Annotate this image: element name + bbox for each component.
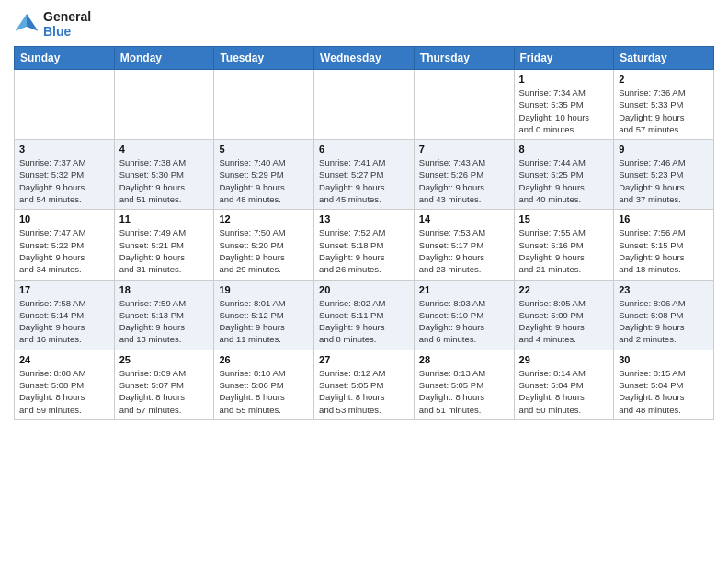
- day-cell-30: 30Sunrise: 8:15 AMSunset: 5:04 PMDayligh…: [614, 350, 714, 419]
- day-cell-24: 24Sunrise: 8:08 AMSunset: 5:08 PMDayligh…: [15, 350, 115, 419]
- day-info: Sunrise: 8:02 AMSunset: 5:11 PMDaylight:…: [319, 297, 409, 346]
- day-number: 21: [419, 284, 509, 295]
- day-info: Sunrise: 7:40 AMSunset: 5:29 PMDaylight:…: [219, 156, 309, 205]
- day-cell-25: 25Sunrise: 8:09 AMSunset: 5:07 PMDayligh…: [114, 350, 214, 419]
- day-number: 25: [119, 354, 210, 365]
- empty-cell: [214, 70, 314, 140]
- weekday-thursday: Thursday: [414, 47, 514, 70]
- day-number: 9: [619, 144, 709, 155]
- day-info: Sunrise: 8:10 AMSunset: 5:06 PMDaylight:…: [219, 367, 309, 416]
- day-info: Sunrise: 7:43 AMSunset: 5:26 PMDaylight:…: [419, 156, 509, 205]
- day-number: 3: [19, 144, 109, 155]
- day-info: Sunrise: 7:58 AMSunset: 5:14 PMDaylight:…: [19, 297, 109, 346]
- page: General Blue SundayMondayTuesdayWednesda…: [0, 0, 728, 563]
- day-number: 19: [219, 284, 309, 295]
- day-info: Sunrise: 7:38 AMSunset: 5:30 PMDaylight:…: [119, 156, 210, 205]
- logo-icon: [14, 11, 40, 37]
- day-number: 8: [519, 144, 609, 155]
- day-number: 13: [319, 213, 409, 224]
- logo: General Blue: [14, 9, 91, 39]
- day-cell-23: 23Sunrise: 8:06 AMSunset: 5:08 PMDayligh…: [614, 280, 714, 350]
- day-info: Sunrise: 7:34 AMSunset: 5:35 PMDaylight:…: [519, 86, 609, 135]
- day-number: 16: [619, 213, 709, 224]
- day-info: Sunrise: 7:50 AMSunset: 5:20 PMDaylight:…: [219, 226, 309, 275]
- day-info: Sunrise: 8:09 AMSunset: 5:07 PMDaylight:…: [119, 367, 210, 416]
- week-row-4: 17Sunrise: 7:58 AMSunset: 5:14 PMDayligh…: [15, 280, 714, 350]
- day-number: 18: [119, 284, 210, 295]
- day-number: 26: [219, 354, 309, 365]
- day-number: 22: [519, 284, 609, 295]
- empty-cell: [114, 70, 214, 140]
- day-number: 20: [319, 284, 409, 295]
- day-cell-14: 14Sunrise: 7:53 AMSunset: 5:17 PMDayligh…: [414, 210, 514, 280]
- weekday-saturday: Saturday: [614, 47, 714, 70]
- day-cell-27: 27Sunrise: 8:12 AMSunset: 5:05 PMDayligh…: [314, 350, 415, 419]
- day-number: 11: [119, 213, 210, 224]
- empty-cell: [15, 70, 115, 140]
- day-info: Sunrise: 7:55 AMSunset: 5:16 PMDaylight:…: [519, 226, 609, 275]
- day-info: Sunrise: 7:59 AMSunset: 5:13 PMDaylight:…: [119, 297, 210, 346]
- week-row-1: 1Sunrise: 7:34 AMSunset: 5:35 PMDaylight…: [15, 70, 714, 140]
- empty-cell: [314, 70, 415, 140]
- day-number: 1: [519, 74, 609, 85]
- day-number: 7: [419, 144, 509, 155]
- day-number: 30: [619, 354, 709, 365]
- day-number: 28: [419, 354, 509, 365]
- calendar: SundayMondayTuesdayWednesdayThursdayFrid…: [14, 46, 714, 420]
- day-cell-21: 21Sunrise: 8:03 AMSunset: 5:10 PMDayligh…: [414, 280, 514, 350]
- day-number: 15: [519, 213, 609, 224]
- day-cell-4: 4Sunrise: 7:38 AMSunset: 5:30 PMDaylight…: [114, 140, 214, 210]
- day-cell-12: 12Sunrise: 7:50 AMSunset: 5:20 PMDayligh…: [214, 210, 314, 280]
- weekday-wednesday: Wednesday: [314, 47, 415, 70]
- day-number: 10: [19, 213, 109, 224]
- day-cell-3: 3Sunrise: 7:37 AMSunset: 5:32 PMDaylight…: [15, 140, 115, 210]
- day-info: Sunrise: 7:49 AMSunset: 5:21 PMDaylight:…: [119, 226, 210, 275]
- day-cell-18: 18Sunrise: 7:59 AMSunset: 5:13 PMDayligh…: [114, 280, 214, 350]
- day-cell-9: 9Sunrise: 7:46 AMSunset: 5:23 PMDaylight…: [614, 140, 714, 210]
- day-number: 12: [219, 213, 309, 224]
- day-number: 29: [519, 354, 609, 365]
- day-cell-5: 5Sunrise: 7:40 AMSunset: 5:29 PMDaylight…: [214, 140, 314, 210]
- logo-text: General Blue: [43, 9, 91, 39]
- day-number: 23: [619, 284, 709, 295]
- day-info: Sunrise: 7:41 AMSunset: 5:27 PMDaylight:…: [319, 156, 409, 205]
- week-row-5: 24Sunrise: 8:08 AMSunset: 5:08 PMDayligh…: [15, 350, 714, 419]
- day-cell-19: 19Sunrise: 8:01 AMSunset: 5:12 PMDayligh…: [214, 280, 314, 350]
- day-cell-13: 13Sunrise: 7:52 AMSunset: 5:18 PMDayligh…: [314, 210, 415, 280]
- day-info: Sunrise: 7:47 AMSunset: 5:22 PMDaylight:…: [19, 226, 109, 275]
- weekday-monday: Monday: [114, 47, 214, 70]
- day-info: Sunrise: 7:53 AMSunset: 5:17 PMDaylight:…: [419, 226, 509, 275]
- day-info: Sunrise: 8:13 AMSunset: 5:05 PMDaylight:…: [419, 367, 509, 416]
- day-cell-15: 15Sunrise: 7:55 AMSunset: 5:16 PMDayligh…: [514, 210, 614, 280]
- day-cell-8: 8Sunrise: 7:44 AMSunset: 5:25 PMDaylight…: [514, 140, 614, 210]
- week-row-3: 10Sunrise: 7:47 AMSunset: 5:22 PMDayligh…: [15, 210, 714, 280]
- header: General Blue: [14, 9, 714, 39]
- day-cell-17: 17Sunrise: 7:58 AMSunset: 5:14 PMDayligh…: [15, 280, 115, 350]
- day-info: Sunrise: 8:01 AMSunset: 5:12 PMDaylight:…: [219, 297, 309, 346]
- weekday-sunday: Sunday: [15, 47, 115, 70]
- weekday-header-row: SundayMondayTuesdayWednesdayThursdayFrid…: [15, 47, 714, 70]
- day-number: 5: [219, 144, 309, 155]
- day-info: Sunrise: 8:15 AMSunset: 5:04 PMDaylight:…: [619, 367, 709, 416]
- day-number: 4: [119, 144, 210, 155]
- day-cell-16: 16Sunrise: 7:56 AMSunset: 5:15 PMDayligh…: [614, 210, 714, 280]
- day-info: Sunrise: 7:44 AMSunset: 5:25 PMDaylight:…: [519, 156, 609, 205]
- day-info: Sunrise: 8:14 AMSunset: 5:04 PMDaylight:…: [519, 367, 609, 416]
- day-cell-11: 11Sunrise: 7:49 AMSunset: 5:21 PMDayligh…: [114, 210, 214, 280]
- day-info: Sunrise: 7:36 AMSunset: 5:33 PMDaylight:…: [619, 86, 709, 135]
- day-cell-6: 6Sunrise: 7:41 AMSunset: 5:27 PMDaylight…: [314, 140, 415, 210]
- weekday-friday: Friday: [514, 47, 614, 70]
- day-number: 24: [19, 354, 109, 365]
- day-cell-20: 20Sunrise: 8:02 AMSunset: 5:11 PMDayligh…: [314, 280, 415, 350]
- day-cell-1: 1Sunrise: 7:34 AMSunset: 5:35 PMDaylight…: [514, 70, 614, 140]
- day-info: Sunrise: 7:56 AMSunset: 5:15 PMDaylight:…: [619, 226, 709, 275]
- weekday-tuesday: Tuesday: [214, 47, 314, 70]
- day-cell-29: 29Sunrise: 8:14 AMSunset: 5:04 PMDayligh…: [514, 350, 614, 419]
- day-info: Sunrise: 7:52 AMSunset: 5:18 PMDaylight:…: [319, 226, 409, 275]
- day-cell-10: 10Sunrise: 7:47 AMSunset: 5:22 PMDayligh…: [15, 210, 115, 280]
- day-cell-22: 22Sunrise: 8:05 AMSunset: 5:09 PMDayligh…: [514, 280, 614, 350]
- day-info: Sunrise: 8:12 AMSunset: 5:05 PMDaylight:…: [319, 367, 409, 416]
- empty-cell: [414, 70, 514, 140]
- day-number: 27: [319, 354, 409, 365]
- day-info: Sunrise: 8:06 AMSunset: 5:08 PMDaylight:…: [619, 297, 709, 346]
